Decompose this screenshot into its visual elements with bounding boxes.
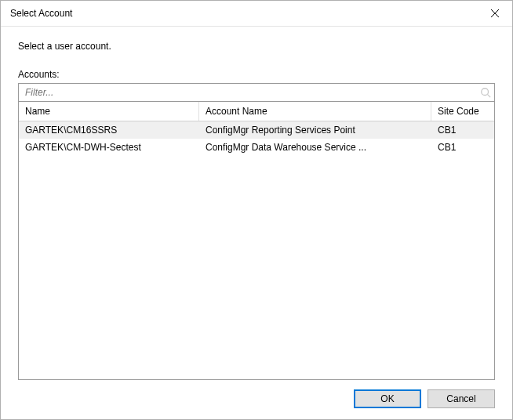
- col-header-site-code[interactable]: Site Code: [431, 102, 494, 121]
- accounts-table: Name Account Name Site Code GARTEK\CM16S…: [18, 102, 495, 380]
- dialog-body: Select a user account. Accounts: Name Ac…: [1, 27, 512, 419]
- window-title: Select Account: [10, 8, 477, 19]
- col-header-account-name[interactable]: Account Name: [199, 102, 431, 121]
- search-icon: [480, 87, 491, 98]
- dialog-window: Select Account Select a user account. Ac…: [0, 0, 513, 420]
- dialog-footer: OK Cancel: [18, 380, 495, 408]
- cancel-button[interactable]: Cancel: [428, 389, 495, 408]
- close-icon: [491, 9, 499, 17]
- filter-input[interactable]: [24, 86, 474, 99]
- svg-line-3: [488, 95, 491, 98]
- table-body: GARTEK\CM16SSRSConfigMgr Reporting Servi…: [19, 121, 494, 379]
- table-row[interactable]: GARTEK\CM-DWH-SectestConfigMgr Data Ware…: [19, 139, 494, 156]
- cell-name: GARTEK\CM16SSRS: [19, 125, 199, 136]
- filter-box[interactable]: [18, 83, 495, 102]
- instruction-text: Select a user account.: [18, 41, 495, 52]
- ok-button[interactable]: OK: [354, 389, 421, 408]
- cell-account-name: ConfigMgr Reporting Services Point: [199, 125, 431, 136]
- table-row[interactable]: GARTEK\CM16SSRSConfigMgr Reporting Servi…: [19, 121, 494, 139]
- cell-site-code: CB1: [431, 142, 494, 153]
- col-header-name[interactable]: Name: [19, 102, 199, 121]
- title-bar: Select Account: [1, 1, 512, 27]
- table-header: Name Account Name Site Code: [19, 102, 494, 121]
- cell-name: GARTEK\CM-DWH-Sectest: [19, 142, 199, 153]
- accounts-label: Accounts:: [18, 69, 495, 80]
- close-button[interactable]: [477, 1, 512, 26]
- cell-account-name: ConfigMgr Data Warehouse Service ...: [199, 142, 431, 153]
- svg-point-2: [482, 89, 489, 96]
- cell-site-code: CB1: [431, 125, 494, 136]
